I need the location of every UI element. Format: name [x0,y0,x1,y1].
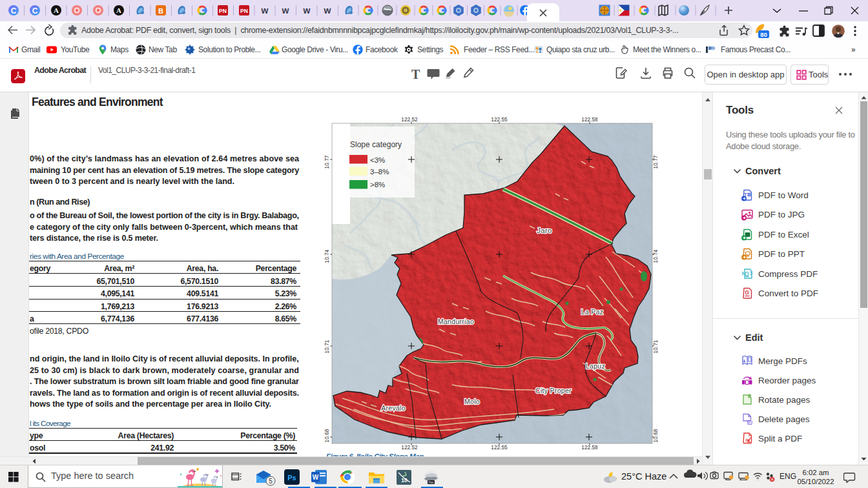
svg-text:10.68: 10.68 [652,429,659,442]
svg-text:Ps: Ps [287,474,296,482]
svg-text:80: 80 [760,31,767,38]
svg-text:122.58: 122.58 [581,116,598,123]
svg-text:10.71: 10.71 [324,340,330,353]
svg-text:10.77: 10.77 [652,155,659,168]
svg-text:122.52: 122.52 [401,444,418,451]
svg-text:City Proper: City Proper [535,387,572,394]
svg-text:T: T [411,67,420,81]
svg-text:B: B [158,7,163,15]
svg-text:Mandurriao: Mandurriao [438,318,474,325]
svg-text:<3%: <3% [370,156,385,164]
svg-text:10.74: 10.74 [324,249,330,263]
svg-text:122.52: 122.52 [401,116,418,123]
svg-text:Fws: Fws [428,481,434,484]
svg-text:Jaro: Jaro [537,227,552,234]
svg-text:10: 10 [401,477,408,483]
svg-text:3–8%: 3–8% [370,168,389,176]
svg-text:Molo: Molo [464,398,480,405]
svg-text:Lapuz: Lapuz [586,362,605,370]
svg-text:122.55: 122.55 [491,116,508,123]
svg-text:>8%: >8% [370,181,385,188]
svg-text:10.68: 10.68 [324,429,330,442]
svg-text:La Paz: La Paz [581,308,604,316]
svg-text:Slope category: Slope category [350,140,402,149]
svg-text:Arevalo: Arevalo [381,404,406,412]
svg-text:5: 5 [269,478,273,485]
svg-text:10.71: 10.71 [652,340,659,353]
svg-text:10.74: 10.74 [652,249,659,263]
svg-text:10.77: 10.77 [324,155,330,168]
svg-text:ENG: ENG [780,472,796,481]
svg-text:W: W [313,474,319,481]
